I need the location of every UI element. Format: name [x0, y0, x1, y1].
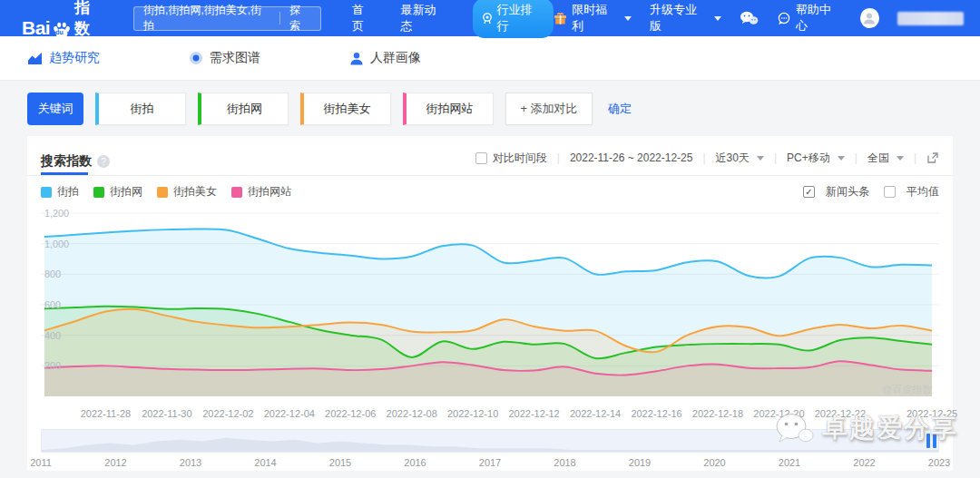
- year-label: 2022: [853, 457, 875, 468]
- compare-period-checkbox[interactable]: 对比时间段: [475, 151, 547, 166]
- search-index-panel: 搜索指数 ? 对比时间段 | 2022-11-26 ~ 2022-12-25 |…: [27, 136, 953, 471]
- search-divider: [279, 12, 280, 24]
- chevron-down-icon: [897, 156, 904, 161]
- svg-text:800: 800: [44, 268, 61, 279]
- checkbox-icon[interactable]: [884, 186, 896, 198]
- help-bubble-icon: [777, 12, 791, 25]
- legend-swatch: [157, 187, 168, 198]
- baidu-paw-icon: du: [52, 21, 72, 41]
- x-axis-label: 2022-12-16: [631, 408, 681, 419]
- keyword-chip-jiepaimeinv[interactable]: 街拍美女: [300, 93, 391, 125]
- year-label: 2013: [180, 457, 201, 468]
- trend-chart[interactable]: 2004006008001,0001,200 @百度指数: [41, 206, 939, 404]
- top-navigation: 首页 最新动态 行业排行: [352, 0, 554, 38]
- x-axis-label: 2022-12-10: [447, 408, 498, 419]
- keyword-chip-jiepaiwang[interactable]: 街拍网: [198, 93, 289, 125]
- region-select[interactable]: 全国: [867, 151, 904, 166]
- timeline-year-labels: 2011201220132014201520162017201820192020…: [41, 456, 939, 471]
- legend-row: 街拍 街拍网 街拍美女 街拍网站 ✓新闻头条 平均值: [27, 176, 953, 202]
- x-axis-label: 2022-12-06: [325, 408, 376, 419]
- x-axis-labels: 2022-11-282022-11-302022-12-022022-12-04…: [41, 405, 939, 422]
- year-label: 2017: [479, 457, 501, 468]
- tab-demand-map[interactable]: 需求图谱: [189, 50, 260, 66]
- panel-title-wrap: 搜索指数 ?: [41, 148, 110, 175]
- trend-chart-icon: [27, 52, 43, 65]
- year-label: 2011: [30, 457, 52, 468]
- chevron-down-icon: [624, 16, 632, 21]
- news-headlines-toggle[interactable]: ✓新闻头条: [803, 184, 869, 200]
- username-blurred: [897, 12, 964, 25]
- svg-text:400: 400: [44, 330, 61, 341]
- ranking-badge-icon: [481, 12, 494, 24]
- x-axis-label: 2022-12-12: [508, 408, 559, 419]
- x-axis-label: 2022-12-14: [570, 408, 621, 419]
- year-label: 2019: [629, 457, 651, 468]
- trend-chart-svg: 2004006008001,0001,200: [41, 206, 939, 404]
- explore-button[interactable]: 探索: [289, 3, 311, 34]
- x-axis-label: 2022-12-04: [264, 408, 315, 419]
- help-center[interactable]: 帮助中心: [777, 2, 842, 34]
- chevron-down-icon: [714, 16, 721, 21]
- x-axis-label: 2022-12-08: [387, 408, 437, 419]
- search-input-value[interactable]: 街拍,街拍网,街拍美女,街拍: [143, 3, 270, 34]
- confirm-button[interactable]: 确定: [608, 101, 632, 117]
- legend-swatch: [231, 187, 242, 198]
- legend-item-jiepaiwang[interactable]: 街拍网: [93, 184, 142, 200]
- year-label: 2020: [703, 457, 725, 468]
- nav-industry-ranking[interactable]: 行业排行: [473, 0, 554, 38]
- baidu-index-page: Bai du 指数 街拍,街拍网,街拍美女,街拍 探索 首页 最新动态: [0, 0, 980, 471]
- limited-time-benefits[interactable]: 限时福利: [554, 2, 632, 34]
- avatar[interactable]: [860, 8, 880, 28]
- chart-legend: 街拍 街拍网 街拍美女 街拍网站: [41, 184, 291, 200]
- radar-dot-icon: [189, 51, 203, 65]
- keyword-search-box[interactable]: 街拍,街拍网,街拍美女,街拍 探索: [133, 6, 321, 31]
- timeline-slider[interactable]: [41, 429, 939, 453]
- chart-controls: 对比时间段 | 2022-11-26 ~ 2022-12-25 | 近30天 |…: [475, 151, 939, 173]
- average-toggle[interactable]: 平均值: [884, 184, 939, 200]
- year-label: 2021: [779, 457, 800, 468]
- tab-audience-profile[interactable]: 人群画像: [349, 50, 421, 66]
- nav-home[interactable]: 首页: [352, 2, 376, 34]
- svg-text:600: 600: [44, 299, 61, 310]
- help-question-icon[interactable]: ?: [97, 155, 110, 168]
- keyword-label-button[interactable]: 关键词: [27, 93, 83, 125]
- keyword-chip-jiepaiwangzhan[interactable]: 街拍网站: [403, 93, 494, 125]
- nav-latest-news[interactable]: 最新动态: [400, 2, 446, 34]
- legend-item-jiepaimeinv[interactable]: 街拍美女: [157, 184, 217, 200]
- external-link-icon[interactable]: [926, 151, 939, 164]
- checkbox-checked-icon[interactable]: ✓: [803, 186, 815, 198]
- upgrade-pro[interactable]: 升级专业版: [650, 2, 721, 34]
- chevron-down-icon: [757, 156, 764, 161]
- svg-text:1,200: 1,200: [44, 208, 69, 219]
- svg-text:1,000: 1,000: [44, 239, 69, 249]
- baidu-index-logo[interactable]: Bai du 指数: [22, 0, 104, 39]
- wechat-icon[interactable]: [740, 11, 759, 25]
- top-navbar: Bai du 指数 街拍,街拍网,街拍美女,街拍 探索 首页 最新动态: [0, 0, 980, 36]
- chevron-down-icon: [838, 156, 845, 161]
- year-label: 2014: [254, 457, 276, 468]
- timeline-handle[interactable]: [926, 434, 936, 448]
- year-label: 2016: [404, 457, 426, 468]
- svg-text:200: 200: [44, 360, 61, 371]
- keyword-bar: 关键词 街拍 街拍网 街拍美女 街拍网站 + 添加对比 确定: [0, 80, 980, 136]
- date-range[interactable]: 2022-11-26 ~ 2022-12-25: [570, 151, 693, 164]
- overlay-toggles: ✓新闻头条 平均值: [803, 184, 939, 200]
- keyword-chip-jiepai[interactable]: 街拍: [95, 93, 186, 125]
- gift-icon: [554, 12, 567, 24]
- time-range-select[interactable]: 近30天: [716, 151, 764, 166]
- legend-item-jiepai[interactable]: 街拍: [41, 184, 79, 200]
- topbar-right: 限时福利 升级专业版: [554, 2, 964, 34]
- x-axis-label: 2022-12-25: [906, 408, 957, 419]
- legend-item-jiepaiwangzhan[interactable]: 街拍网站: [231, 184, 291, 200]
- baidu-index-watermark: @百度指数: [882, 383, 932, 396]
- legend-swatch: [41, 187, 52, 198]
- panel-header: 搜索指数 ? 对比时间段 | 2022-11-26 ~ 2022-12-25 |…: [27, 136, 953, 176]
- add-compare-button[interactable]: + 添加对比: [505, 93, 593, 125]
- checkbox-icon[interactable]: [475, 152, 487, 164]
- tab-trend-research[interactable]: 趋势研究: [27, 50, 100, 66]
- device-select[interactable]: PC+移动: [787, 151, 845, 166]
- logo-text-zhishu: 指数: [74, 0, 104, 39]
- x-axis-label: 2022-12-02: [202, 408, 253, 419]
- feature-tabs: 趋势研究 需求图谱 人群画像: [0, 36, 980, 80]
- person-icon: [349, 52, 364, 65]
